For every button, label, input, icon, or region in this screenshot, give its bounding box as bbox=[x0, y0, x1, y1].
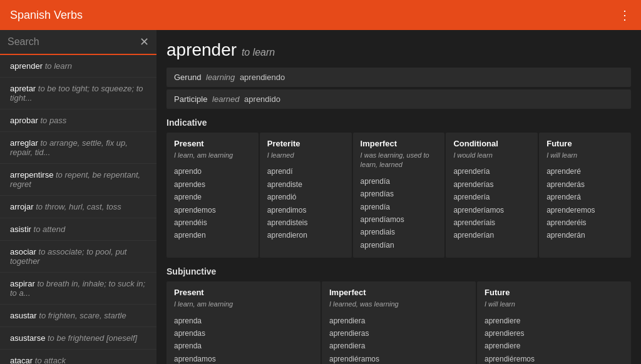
search-input[interactable] bbox=[8, 36, 140, 48]
col-header: Conditional bbox=[453, 139, 530, 148]
conj-form: aprendo bbox=[174, 165, 251, 178]
conj-cell: ConditionalI would learnaprenderíaaprend… bbox=[446, 133, 538, 258]
indicative-grid: PresentI learn, am learningaprendoaprend… bbox=[167, 133, 631, 258]
col-header: Imperfect bbox=[329, 288, 468, 297]
gerund-row: Gerund learning aprendiendo bbox=[167, 68, 631, 87]
list-item[interactable]: aspirar to breath in, inhale; to suck in… bbox=[0, 273, 156, 305]
conj-form: aprendiéramos bbox=[329, 353, 468, 364]
conj-form: aprendisteis bbox=[267, 216, 344, 229]
conj-form: aprendía bbox=[361, 175, 438, 188]
main-layout: ✕ aprender to learnapretar to be too tig… bbox=[0, 30, 641, 364]
conj-form: aprendiera bbox=[329, 315, 468, 327]
conj-form: aprenderán bbox=[546, 229, 623, 241]
list-item[interactable]: asustar to frighten, scare, startle bbox=[0, 305, 156, 327]
col-subtitle: I was learning, used to learn, learned bbox=[361, 151, 438, 170]
list-item[interactable]: aprender to learn bbox=[0, 55, 156, 78]
conj-form: aprenderemos bbox=[546, 204, 623, 216]
list-item[interactable]: asustarse to be frightened [oneself] bbox=[0, 327, 156, 350]
list-item[interactable]: atacar to attack bbox=[0, 350, 156, 364]
conj-form: aprenda bbox=[174, 340, 313, 352]
participle-label: Participle bbox=[174, 94, 207, 104]
subjunctive-section-title: Subjunctive bbox=[167, 266, 631, 276]
list-item[interactable]: arrepentirse to repent, be repentant, re… bbox=[0, 164, 156, 196]
col-subtitle: I will learn bbox=[485, 300, 623, 309]
conj-form: aprendías bbox=[361, 188, 438, 200]
conj-form: aprendieres bbox=[485, 327, 623, 340]
conj-form: aprendió bbox=[267, 191, 344, 203]
verb-list: aprender to learnapretar to be too tight… bbox=[0, 55, 156, 364]
conj-form: aprendieras bbox=[329, 327, 468, 340]
menu-icon[interactable]: ⋮ bbox=[618, 8, 631, 23]
conj-form: aprendemos bbox=[174, 204, 251, 216]
conj-form: aprenderá bbox=[546, 191, 623, 203]
col-header: Imperfect bbox=[361, 139, 438, 148]
conj-form: aprenderían bbox=[453, 229, 530, 241]
list-item[interactable]: apretar to be too tight; to squeeze; to … bbox=[0, 78, 156, 109]
conj-form: aprenda bbox=[174, 315, 313, 327]
conj-form: aprendían bbox=[361, 239, 438, 251]
conj-form: aprendimos bbox=[267, 204, 344, 216]
list-item[interactable]: asistir to attend bbox=[0, 218, 156, 241]
verb-name: aprender bbox=[167, 40, 237, 59]
conj-form: aprendéis bbox=[174, 216, 251, 229]
conj-form: aprenderéis bbox=[546, 216, 623, 229]
indicative-section-title: Indicative bbox=[167, 118, 631, 128]
conj-form: aprenderías bbox=[453, 178, 530, 191]
col-header: Preterite bbox=[267, 139, 344, 148]
conj-form: aprenden bbox=[174, 229, 251, 241]
conj-form: aprendiste bbox=[267, 178, 344, 191]
col-header: Present bbox=[174, 288, 313, 297]
col-header: Future bbox=[485, 288, 623, 297]
conj-cell: PreteriteI learnedaprendíaprendisteapren… bbox=[260, 133, 352, 258]
conj-form: aprendamos bbox=[174, 353, 313, 364]
participle-italic: learned bbox=[212, 94, 239, 104]
conj-form: aprenderíais bbox=[453, 216, 530, 229]
search-box: ✕ bbox=[0, 30, 156, 55]
col-subtitle: I learned, was learning bbox=[329, 300, 468, 309]
list-item[interactable]: asociar to associate; to pool, put toget… bbox=[0, 241, 156, 273]
gerund-label: Gerund bbox=[174, 73, 201, 82]
subjunctive-grid: PresentI learn, am learningaprendaaprend… bbox=[167, 281, 631, 364]
participle-value: aprendido bbox=[244, 94, 280, 104]
conj-cell: PresentI learn, am learningaprendoaprend… bbox=[167, 133, 259, 258]
col-subtitle: I would learn bbox=[453, 151, 530, 160]
conj-form: aprende bbox=[174, 191, 251, 203]
list-item[interactable]: arrojar to throw, hurl, cast, toss bbox=[0, 196, 156, 218]
col-subtitle: I learn, am learning bbox=[174, 151, 251, 160]
content-area: aprender to learn Gerund learning aprend… bbox=[156, 30, 641, 364]
conj-cell: FutureI will learnaprendiereaprendieresa… bbox=[477, 281, 631, 364]
conj-form: aprendí bbox=[267, 165, 344, 178]
conj-form: aprendiere bbox=[485, 340, 623, 352]
list-item[interactable]: arreglar to arrange, settle, fix up, rep… bbox=[0, 132, 156, 164]
participle-row: Participle learned aprendido bbox=[167, 89, 631, 109]
conj-form: aprendes bbox=[174, 178, 251, 191]
conj-form: aprendiais bbox=[361, 226, 438, 238]
conj-form: aprendas bbox=[174, 327, 313, 340]
conj-form: aprendiéremos bbox=[485, 353, 623, 364]
col-subtitle: I learned bbox=[267, 151, 344, 160]
col-subtitle: I learn, am learning bbox=[174, 300, 313, 309]
clear-icon[interactable]: ✕ bbox=[140, 35, 149, 49]
sidebar: ✕ aprender to learnapretar to be too tig… bbox=[0, 30, 156, 364]
list-item[interactable]: aprobar to pass bbox=[0, 109, 156, 132]
conj-form: aprenderé bbox=[546, 165, 623, 178]
app-header: Spanish Verbs ⋮ bbox=[0, 0, 641, 30]
verb-translation: to learn bbox=[242, 47, 275, 58]
col-header: Present bbox=[174, 139, 251, 148]
conj-form: aprendiera bbox=[329, 340, 468, 352]
gerund-italic: learning bbox=[206, 73, 235, 82]
conj-form: aprendieron bbox=[267, 229, 344, 241]
conj-form: aprenderíamos bbox=[453, 204, 530, 216]
gerund-value: aprendiendo bbox=[240, 73, 285, 82]
conj-form: aprendiere bbox=[485, 315, 623, 327]
conj-cell: PresentI learn, am learningaprendaaprend… bbox=[167, 281, 320, 364]
conj-form: aprendería bbox=[453, 191, 530, 203]
conj-form: aprendía bbox=[361, 201, 438, 213]
col-subtitle: I will learn bbox=[546, 151, 623, 160]
conj-cell: ImperfectI learned, was learningaprendie… bbox=[322, 281, 476, 364]
conj-cell: FutureI will learnaprenderéaprenderásapr… bbox=[539, 133, 631, 258]
col-header: Future bbox=[546, 139, 623, 148]
conj-form: aprendíamos bbox=[361, 213, 438, 226]
app-title: Spanish Verbs bbox=[10, 9, 83, 22]
conj-form: aprenderás bbox=[546, 178, 623, 191]
